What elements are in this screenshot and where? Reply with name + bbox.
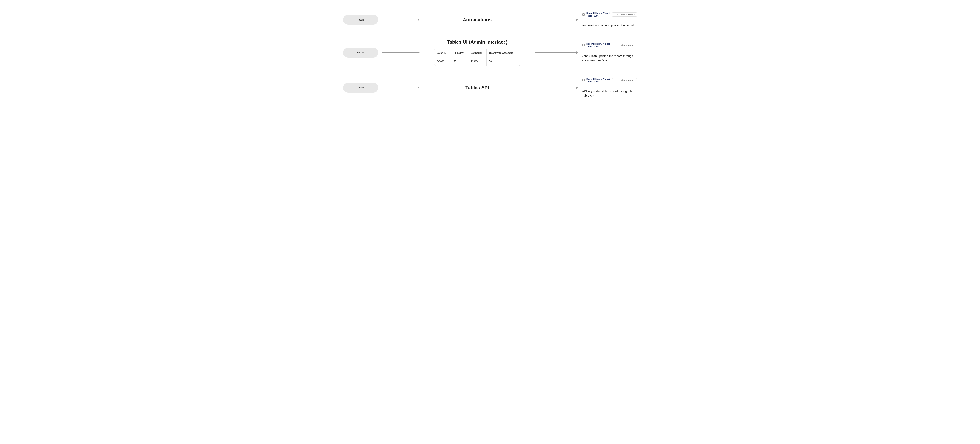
section-title: Tables API <box>466 85 489 90</box>
sort-button[interactable]: ↑↓ Sort oldest to newest ▾ <box>612 12 637 17</box>
row-tables-api: Record Tables API Record History Widget … <box>343 78 637 98</box>
table-cell: 123234 <box>468 57 487 66</box>
table-header: Humidity <box>451 49 468 57</box>
center-automations: Automations <box>423 17 531 22</box>
history-icon <box>582 13 585 16</box>
arrow-icon <box>382 87 420 88</box>
table-header: Batch ID <box>434 49 451 57</box>
diagram-container: Record Automations Record History Widget… <box>343 12 637 98</box>
chevron-down-icon: ▾ <box>635 44 635 46</box>
widget-title: Record History Widget Table - 0006 <box>586 12 610 17</box>
table-header: Quantity to Assemble <box>487 49 520 57</box>
description-text: John Smith updated the record through th… <box>582 54 637 63</box>
widget-title: Record History Widget Table - 0006 <box>586 78 610 83</box>
center-tables-ui: Tables UI (Admin Interface) Batch ID Hum… <box>423 40 531 66</box>
arrow-icon <box>535 52 578 53</box>
sort-label: Sort oldest to newest <box>617 79 633 81</box>
widget-title-wrap: Record History Widget Table - 0006 <box>582 43 610 48</box>
widget-header: Record History Widget Table - 0006 ↑↓ So… <box>582 12 637 17</box>
result-tables-api: Record History Widget Table - 0006 ↑↓ So… <box>582 78 637 98</box>
widget-header: Record History Widget Table - 0006 ↑↓ So… <box>582 78 637 83</box>
row-tables-ui: Record Tables UI (Admin Interface) Batch… <box>343 40 637 66</box>
sort-label: Sort oldest to newest <box>617 14 633 16</box>
arrow-icon <box>382 52 420 53</box>
table-header-row: Batch ID Humidity Lot-Serial Quantity to… <box>434 49 520 57</box>
description-text: Automation <name> updated the record <box>582 23 637 28</box>
admin-table: Batch ID Humidity Lot-Serial Quantity to… <box>434 49 520 66</box>
widget-title: Record History Widget Table - 0006 <box>586 43 610 48</box>
sort-asc-icon: ↑↓ <box>614 79 616 81</box>
sort-label: Sort oldest to newest <box>617 44 633 46</box>
table-cell: 50 <box>487 57 520 66</box>
arrow-icon <box>382 19 420 20</box>
sort-button[interactable]: ↑↓ Sort oldest to newest ▾ <box>612 43 637 48</box>
result-automations: Record History Widget Table - 0006 ↑↓ So… <box>582 12 637 28</box>
arrow-icon <box>535 19 578 20</box>
sort-asc-icon: ↑↓ <box>614 44 616 46</box>
description-text: API key updated the record through the T… <box>582 89 637 98</box>
center-tables-api: Tables API <box>423 85 531 90</box>
svg-rect-6 <box>582 79 585 81</box>
record-pill: Record <box>343 15 378 25</box>
table-row: B-0023 55 123234 50 <box>434 57 520 66</box>
table-cell: B-0023 <box>434 57 451 66</box>
widget-header: Record History Widget Table - 0006 ↑↓ So… <box>582 43 637 48</box>
table-header: Lot-Serial <box>468 49 487 57</box>
table-cell: 55 <box>451 57 468 66</box>
row-automations: Record Automations Record History Widget… <box>343 12 637 28</box>
sort-asc-icon: ↑↓ <box>614 14 616 16</box>
section-title: Tables UI (Admin Interface) <box>447 40 508 45</box>
section-title: Automations <box>463 17 492 22</box>
record-pill: Record <box>343 48 378 57</box>
widget-title-wrap: Record History Widget Table - 0006 <box>582 78 610 83</box>
sort-button[interactable]: ↑↓ Sort oldest to newest ▾ <box>612 78 637 82</box>
svg-rect-0 <box>582 14 585 16</box>
result-tables-ui: Record History Widget Table - 0006 ↑↓ So… <box>582 43 637 63</box>
chevron-down-icon: ▾ <box>635 14 635 16</box>
arrow-icon <box>535 87 578 88</box>
history-icon <box>582 79 585 82</box>
chevron-down-icon: ▾ <box>635 79 635 81</box>
history-icon <box>582 44 585 47</box>
widget-title-wrap: Record History Widget Table - 0006 <box>582 12 610 17</box>
record-pill: Record <box>343 83 378 93</box>
svg-rect-3 <box>582 44 585 46</box>
